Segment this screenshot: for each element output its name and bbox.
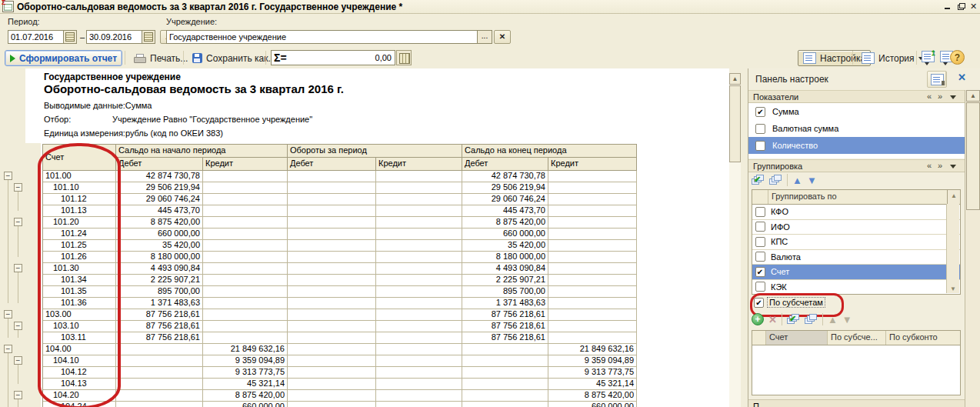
panel-close-icon[interactable]: ✕ <box>958 72 966 83</box>
amount-cell <box>203 240 288 252</box>
table-row: 103.1087 756 218,6187 756 218,61 <box>43 321 637 332</box>
detail-col-subconto[interactable]: По субконто <box>886 331 960 345</box>
indicator-row[interactable]: Количество <box>748 137 965 154</box>
sum-field[interactable]: Σ= 0,00 <box>271 50 395 65</box>
uncheck-all-icon[interactable] <box>805 314 818 325</box>
indicator-row[interactable]: Сумма <box>748 103 965 120</box>
collapse-right-icon[interactable]: » <box>938 92 942 101</box>
grouping-section-header[interactable]: Группировка « » <box>748 159 965 172</box>
tree-collapse-box[interactable]: − <box>4 345 12 353</box>
institution-input[interactable] <box>167 32 477 42</box>
amount-cell <box>288 240 376 252</box>
move-down-icon[interactable]: ▼ <box>807 175 817 185</box>
grouping-checkbox[interactable] <box>755 267 765 277</box>
move-up-icon[interactable]: ▲ <box>828 315 838 325</box>
institution-clear-button[interactable]: ✕ <box>494 30 511 44</box>
by-subaccounts-label: По субсчетам <box>767 297 825 308</box>
amount-cell <box>462 402 548 407</box>
amount-cell: 660 000,00 <box>203 402 288 407</box>
grouping-row[interactable]: КФО <box>752 205 960 220</box>
tree-collapse-box[interactable]: − <box>4 172 12 180</box>
delete-icon[interactable]: ✕ <box>768 314 777 325</box>
scroll-thumb[interactable] <box>729 85 741 162</box>
check-all-icon[interactable] <box>752 175 765 186</box>
tree-collapse-box[interactable]: − <box>14 356 22 365</box>
panel-vscrollbar[interactable]: ▲ <box>965 90 980 407</box>
tree-collapse-box[interactable]: − <box>4 310 12 319</box>
grouping-row[interactable]: КПС <box>752 235 960 250</box>
tree-collapse-box[interactable]: − <box>14 322 22 330</box>
institution-more-button[interactable]: ... <box>477 31 492 43</box>
check-all-icon[interactable] <box>787 314 800 325</box>
amount-cell <box>548 309 637 321</box>
collapse-down-icon[interactable] <box>950 95 956 99</box>
save-as-button[interactable]: Сохранить как... <box>188 50 280 66</box>
collapse-down-icon[interactable] <box>950 165 956 168</box>
grouping-checkbox[interactable] <box>755 252 765 262</box>
amount-cell <box>462 355 548 367</box>
calculator-button[interactable] <box>396 50 412 65</box>
period-to-input[interactable] <box>87 32 142 42</box>
indicator-row[interactable]: Валютная сумма <box>748 120 965 137</box>
scroll-up-button[interactable]: ▲ <box>966 90 980 102</box>
tree-collapse-box[interactable]: − <box>14 264 22 272</box>
load-variant-button[interactable]: ↥ <box>922 51 937 65</box>
scroll-up-button[interactable]: ▲ <box>947 190 960 204</box>
amount-cell: 35 420,00 <box>116 240 203 252</box>
scroll-up-button[interactable]: ▲ <box>729 73 741 85</box>
grouping-checkbox[interactable] <box>755 282 765 292</box>
calendar-icon[interactable] <box>63 31 76 43</box>
restore-button[interactable] <box>954 2 967 12</box>
calendar-icon[interactable] <box>142 31 155 43</box>
restore-icon <box>958 3 964 9</box>
indicators-section-header[interactable]: Показатели « » <box>748 90 965 103</box>
table-row: 101.1029 506 219,9429 506 219,94 <box>43 182 637 194</box>
tree-collapse-box[interactable]: − <box>14 391 22 399</box>
grouping-checkbox[interactable] <box>755 207 765 217</box>
collapse-left-icon[interactable]: « <box>927 161 932 170</box>
amount-cell: 4 493 090,84 <box>116 263 203 275</box>
tree-collapse-box[interactable]: − <box>14 218 22 226</box>
amount-cell <box>376 298 462 309</box>
indicator-checkbox[interactable] <box>755 107 765 117</box>
history-button[interactable]: История <box>856 50 928 66</box>
amount-cell <box>376 171 462 182</box>
indicator-checkbox[interactable] <box>755 124 765 134</box>
tree-collapse-box[interactable]: − <box>14 183 22 192</box>
period-from-input[interactable] <box>8 32 63 42</box>
grouping-vscrollbar[interactable]: ▼ <box>946 204 959 293</box>
by-subaccounts-checkbox[interactable] <box>754 298 764 308</box>
amount-cell: 45 321,14 <box>548 379 637 390</box>
grouping-row[interactable]: Счет <box>752 265 960 280</box>
add-icon[interactable]: + <box>752 313 764 325</box>
scroll-down-button[interactable]: ▼ <box>947 285 959 292</box>
grouping-row[interactable]: ИФО <box>752 220 960 235</box>
account-cell: 104.12 <box>43 367 116 379</box>
move-up-icon[interactable]: ▲ <box>792 175 802 185</box>
amount-cell: 87 756 218,61 <box>462 309 548 321</box>
amount-cell: 4 493 090,84 <box>462 263 548 275</box>
panel-settings-button[interactable] <box>927 71 947 88</box>
uncheck-all-icon[interactable] <box>769 175 782 186</box>
minimize-button[interactable] <box>941 2 954 12</box>
help-button[interactable]: ? <box>950 50 965 65</box>
collapse-left-icon[interactable]: « <box>927 92 932 101</box>
by-subaccounts-checkbox-row[interactable]: По субсчетам <box>754 297 825 308</box>
amount-cell <box>376 402 462 407</box>
detail-col-account[interactable]: Счет <box>766 331 828 345</box>
grouping-row[interactable]: Валюта <box>752 250 960 265</box>
grouping-checkbox[interactable] <box>755 222 765 232</box>
close-button[interactable]: ✕ <box>967 2 980 12</box>
column-header-group: Сальдо на конец периода <box>462 145 637 158</box>
sigma-icon: Σ= <box>274 52 287 64</box>
indicator-checkbox[interactable] <box>755 141 765 151</box>
grouping-row[interactable]: КЭК <box>752 280 960 295</box>
grouping-checkbox[interactable] <box>755 237 765 247</box>
generate-report-button[interactable]: Сформировать отчет <box>5 50 122 66</box>
account-cell: 101.24 <box>43 229 116 240</box>
account-cell: 104.10 <box>43 355 116 367</box>
move-down-icon[interactable]: ▼ <box>842 315 852 325</box>
scroll-thumb[interactable] <box>966 102 980 210</box>
detail-col-subaccounts[interactable]: По субсче... <box>828 331 886 345</box>
collapse-right-icon[interactable]: » <box>938 161 942 170</box>
